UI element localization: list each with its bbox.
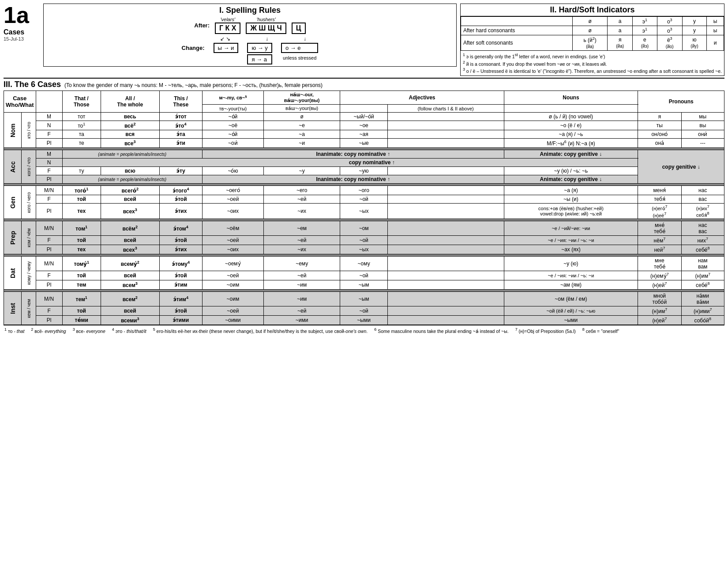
dat-pl-that: тем [62, 280, 101, 290]
gen-mn-row: Gen кого / чего M/N того́1 всего́2 э́тог… [4, 186, 724, 195]
change-label: Change: [182, 45, 205, 51]
nom-m-nouns: ø (ь / й) (no vowel) [504, 113, 638, 121]
inst-mn-adj1: ~ым [340, 292, 387, 306]
nom-m-mv: ~о́й [202, 113, 263, 121]
dat-mn-pron2: намвам [681, 257, 724, 271]
hard-soft-title: II. Hard/Soft Indicators [461, 4, 724, 16]
nom-n-that: то1 [62, 121, 101, 130]
nom-m-this: э́тот [159, 113, 202, 121]
dat-mn-that: тому́1 [62, 257, 101, 271]
hs-fn-1: 1 э is generally only the 1st letter of … [463, 52, 722, 60]
inst-pl-all: всеми3 [101, 316, 159, 325]
page-id-block: 1a Cases 15-Jul-13 [4, 4, 43, 42]
velars-label: 'velars' [220, 17, 235, 22]
gen-mn-mv: ~оего́ [202, 186, 263, 195]
inst-mn-mv: ~оим [202, 292, 263, 306]
hs-col-3: о3 [657, 17, 682, 26]
gen-pl-all: всех3 [101, 204, 159, 219]
prep-pl-mv: ~оих [202, 245, 263, 254]
vash-header: ва́ш~-your(вы) [263, 105, 340, 113]
dat-pl-adj2 [387, 280, 504, 290]
dat-f-all: всей [101, 271, 159, 280]
fn-4: 4 это - this/that/it [112, 327, 146, 334]
gen-pl-row: Pl тех всех3 э́тих ~оих ~их ~ых cons:+ов… [4, 204, 724, 219]
inst-mn-all: всем2 [101, 292, 159, 306]
ts-label [298, 17, 299, 22]
dat-pl-row: Pl тем всем3 э́тим ~оим ~им ~ым ~ам (ям)… [4, 280, 724, 290]
page: 1a Cases 15-Jul-13 I. Spelling Rules Aft… [4, 4, 724, 336]
gen-pl-this: э́тих [159, 204, 202, 219]
hs-footnotes: 1 э is generally only the 1st letter of … [461, 51, 724, 76]
soft-val-0: ь (й2)(йа) [572, 35, 607, 51]
acc-m-inanimate: Inanimate: copy nominative ↑ [202, 150, 504, 159]
change-box-2a: ю → у [247, 43, 272, 53]
gen-f-this: э́той [159, 195, 202, 204]
gen-f-all: всей [101, 195, 159, 204]
ts-box: Ц [292, 23, 306, 34]
velars-group: 'velars' Г К Х [215, 17, 240, 34]
prep-pl-nash: ~их [263, 245, 340, 254]
soft-val-5: и [707, 35, 724, 51]
gen-f-nash: ~ей [263, 195, 340, 204]
dat-mn-adj1: ~ому [340, 257, 387, 271]
bottom-footnotes: 1 то - that 2 всё- everything 3 все- eve… [4, 325, 724, 336]
nom-m-adj1: ~ый/~о́й [340, 113, 387, 121]
prep-pl-adj2 [387, 245, 504, 254]
arrow2: ↓ [266, 36, 268, 42]
prep-mn-mv: ~оём [202, 221, 263, 236]
adj-sub2: (follow charts I & II above) [387, 105, 504, 113]
gen-f-pron1: тебя́ [638, 195, 681, 204]
acc-f-mv: ~о́ю [202, 167, 263, 175]
hs-col-5: ы [707, 17, 724, 26]
nom-n-nouns: ~о (ё / е) [504, 121, 638, 130]
nom-m-that: тот [62, 113, 101, 121]
nom-n-adj1: ~ое [340, 121, 387, 130]
prep-f-this: э́той [159, 236, 202, 245]
hs-empty [461, 17, 572, 26]
inst-pl-mv: ~оими [202, 316, 263, 325]
acc-f-row: F ту всю э́ту ~о́ю ~у ~ую ~у (ю) / ~ь: ~… [4, 167, 724, 175]
acc-f-adj2 [387, 167, 504, 175]
dat-pl-this: э́тим [159, 280, 202, 290]
acc-m-row: Acc кого / что М (animate = people/anima… [4, 150, 724, 159]
prep-f-adj1: ~ой [340, 236, 387, 245]
fn-3: 3 все- everyone [73, 327, 105, 334]
gen-f-that: той [62, 195, 101, 204]
fn-5: 5 его-his/its её-her их-their (these nev… [153, 327, 368, 334]
inst-f-adj2 [387, 306, 504, 316]
inst-mn-pron1: мнойтобо́й [638, 292, 681, 306]
after-label: After: [194, 22, 210, 29]
change-column-3: о → е unless stressed [281, 43, 318, 61]
nom-n-pron1: ты [638, 121, 681, 130]
header-row: 1a Cases 15-Jul-13 I. Spelling Rules Aft… [4, 4, 724, 76]
inst-f-this: э́той [159, 306, 202, 316]
inst-mn-adj2 [387, 292, 504, 306]
hard-soft-section: II. Hard/Soft Indicators ø а э1 о3 у ы [460, 4, 724, 76]
acc-pl-animate: Animate: copy genitive ↓ [504, 175, 638, 184]
acc-f-adj1: ~ую [340, 167, 387, 175]
fn-8: 8 себя = "oneself" [582, 327, 619, 334]
dat-f-adj1: ~ой [340, 271, 387, 280]
inst-f-pron2: (н)ими7 [681, 306, 724, 316]
diagram-arrows: ↙ ↘ ↓ ↓ [220, 36, 306, 42]
prep-f-adj2 [387, 236, 504, 245]
inst-mn-that: тем1 [62, 292, 101, 306]
dat-f-adj2 [387, 271, 504, 280]
prep-mn-nash: ~ем [263, 221, 340, 236]
that-header: That /Those [62, 91, 101, 113]
hs-col-1: а [608, 17, 633, 26]
nom-m-all: весь [101, 113, 159, 121]
hard-val-1: а [608, 26, 633, 35]
hushers-label: 'hushers' [256, 17, 275, 22]
acc-f-all: всю [101, 167, 159, 175]
hs-col-2: э1 [633, 17, 657, 26]
spelling-rules-section: I. Spelling Rules After: 'velars' Г К Х … [43, 4, 457, 67]
gen-side-label: кого / чего [22, 186, 36, 219]
nom-n-adj2 [387, 121, 504, 130]
inst-pl-nouns: ~ыми [504, 316, 638, 325]
soft-row-label: After soft consonants [461, 35, 572, 51]
inst-f-adj1: ~ой [340, 306, 387, 316]
arrow1: ↙ ↘ [220, 36, 230, 42]
inst-f-gender: F [36, 306, 62, 316]
acc-pron-note: copy genitive ↓ [638, 150, 724, 184]
